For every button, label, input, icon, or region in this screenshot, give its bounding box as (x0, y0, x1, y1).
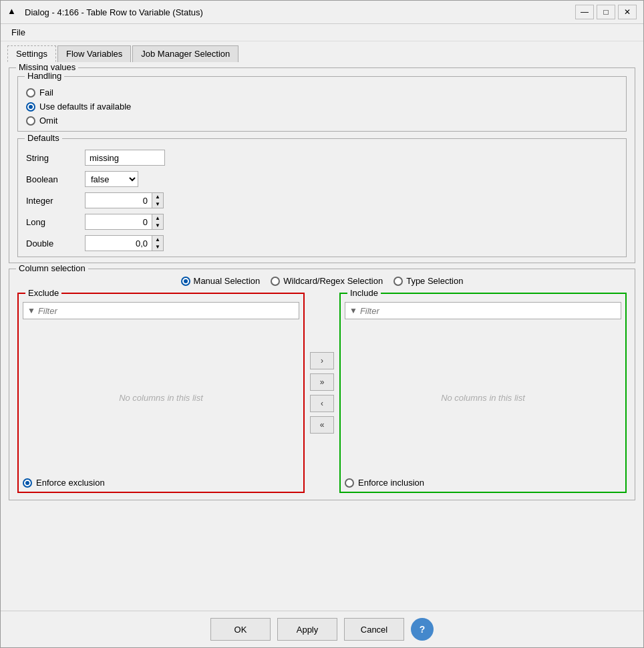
column-selection-title: Column selection (16, 263, 88, 273)
boolean-label: Boolean (26, 174, 79, 184)
radio-omit-label: Omit (39, 116, 57, 126)
defaults-title: Defaults (25, 133, 62, 143)
radio-fail-circle (26, 88, 35, 98)
defaults-section: Defaults String Boolean false true Integ… (17, 138, 627, 257)
radio-omit[interactable]: Omit (26, 116, 618, 126)
minimize-button[interactable]: — (575, 5, 594, 19)
integer-down[interactable]: ▼ (152, 200, 163, 208)
maximize-button[interactable]: □ (597, 5, 615, 19)
tab-job-manager[interactable]: Job Manager Selection (132, 45, 238, 62)
boolean-select[interactable]: false true (85, 171, 138, 187)
enforce-exclusion-option[interactable]: Enforce exclusion (23, 478, 105, 488)
include-filter-icon: ▼ (349, 306, 357, 315)
wildcard-label: Wildcard/Regex Selection (283, 276, 383, 286)
move-left-button[interactable]: ‹ (310, 395, 334, 412)
type-label: Type Selection (406, 276, 463, 286)
enforce-exclusion-radio (23, 478, 32, 488)
tab-settings[interactable]: Settings (7, 45, 56, 62)
window-title: Dialog - 4:166 - Table Row to Variable (… (25, 7, 570, 17)
handling-radio-group: Fail Use defaults if available Omit (26, 88, 618, 126)
string-input[interactable] (85, 150, 165, 166)
help-button[interactable]: ? (411, 618, 434, 641)
include-empty-text: No columns in this list (345, 322, 621, 474)
integer-spinner: ▲ ▼ (85, 192, 618, 208)
cancel-button[interactable]: Cancel (344, 618, 404, 641)
exclude-enforce-row: Enforce exclusion (23, 478, 299, 488)
exclude-filter-box: ▼ (23, 302, 299, 319)
enforce-inclusion-label: Enforce inclusion (358, 478, 424, 488)
close-button[interactable]: ✕ (618, 5, 637, 19)
double-down[interactable]: ▼ (152, 243, 163, 251)
handling-title: Handling (25, 71, 64, 81)
long-input[interactable] (85, 214, 152, 230)
radio-omit-circle (26, 116, 35, 126)
double-input[interactable] (85, 235, 152, 251)
move-all-right-button[interactable]: » (310, 373, 334, 391)
long-down[interactable]: ▼ (152, 222, 163, 229)
defaults-grid: String Boolean false true Integer ▲ ▼ (26, 150, 618, 251)
exclude-label: Exclude (25, 288, 61, 298)
missing-values-section: Missing values Handling Fail Use default… (9, 67, 635, 263)
double-spinner-buttons: ▲ ▼ (152, 235, 164, 251)
tab-flow-variables[interactable]: Flow Variables (57, 45, 131, 62)
radio-use-defaults-circle (26, 102, 35, 112)
radio-fail-label: Fail (39, 88, 53, 98)
integer-input[interactable] (85, 192, 152, 208)
exclude-panel: Exclude ▼ No columns in this list Enforc… (17, 293, 305, 493)
enforce-inclusion-radio (345, 478, 354, 488)
radio-use-defaults[interactable]: Use defaults if available (26, 102, 618, 112)
bottom-bar: OK Apply Cancel ? (1, 611, 643, 647)
integer-spinner-buttons: ▲ ▼ (152, 192, 164, 208)
radio-use-defaults-label: Use defaults if available (39, 102, 131, 112)
include-panel: Include ▼ No columns in this list Enforc… (339, 293, 627, 493)
exclude-filter-input[interactable] (38, 306, 295, 316)
include-enforce-row: Enforce inclusion (345, 478, 621, 488)
move-right-button[interactable]: › (310, 352, 334, 369)
radio-fail[interactable]: Fail (26, 88, 618, 98)
double-label: Double (26, 238, 79, 249)
enforce-inclusion-option[interactable]: Enforce inclusion (345, 478, 424, 488)
long-up[interactable]: ▲ (152, 214, 163, 222)
wildcard-selection-option[interactable]: Wildcard/Regex Selection (271, 276, 383, 286)
long-spinner: ▲ ▼ (85, 214, 618, 230)
wildcard-radio (271, 277, 280, 286)
include-filter-input[interactable] (360, 306, 617, 316)
handling-section: Handling Fail Use defaults if available … (17, 76, 627, 132)
long-label: Long (26, 217, 79, 227)
exclude-empty-text: No columns in this list (23, 322, 299, 474)
arrow-buttons: › » ‹ « (305, 293, 339, 493)
menu-file[interactable]: File (6, 26, 31, 39)
panels-row: Exclude ▼ No columns in this list Enforc… (17, 293, 627, 493)
menu-bar: File (1, 24, 643, 41)
manual-radio (181, 277, 190, 286)
manual-label: Manual Selection (194, 276, 261, 286)
include-label: Include (347, 288, 381, 298)
integer-up[interactable]: ▲ (152, 193, 163, 200)
double-up[interactable]: ▲ (152, 236, 163, 243)
dialog-window: ▲ Dialog - 4:166 - Table Row to Variable… (0, 0, 644, 648)
main-content: Missing values Handling Fail Use default… (1, 62, 643, 611)
integer-label: Integer (26, 196, 79, 206)
tab-strip: Settings Flow Variables Job Manager Sele… (1, 41, 643, 62)
type-radio (393, 277, 403, 286)
ok-button[interactable]: OK (210, 618, 271, 641)
selection-type-row: Manual Selection Wildcard/Regex Selectio… (17, 276, 627, 286)
string-label: String (26, 153, 79, 163)
include-filter-box: ▼ (345, 302, 621, 319)
title-bar: ▲ Dialog - 4:166 - Table Row to Variable… (1, 1, 643, 24)
window-controls: — □ ✕ (575, 5, 637, 19)
long-spinner-buttons: ▲ ▼ (152, 214, 164, 230)
column-selection-section: Column selection Manual Selection Wildca… (9, 269, 635, 500)
enforce-exclusion-label: Enforce exclusion (36, 478, 105, 488)
double-spinner: ▲ ▼ (85, 235, 618, 251)
move-all-left-button[interactable]: « (310, 416, 334, 434)
manual-selection-option[interactable]: Manual Selection (181, 276, 261, 286)
window-icon: ▲ (7, 6, 19, 18)
exclude-filter-icon: ▼ (27, 306, 35, 315)
type-selection-option[interactable]: Type Selection (393, 276, 463, 286)
apply-button[interactable]: Apply (277, 618, 337, 641)
